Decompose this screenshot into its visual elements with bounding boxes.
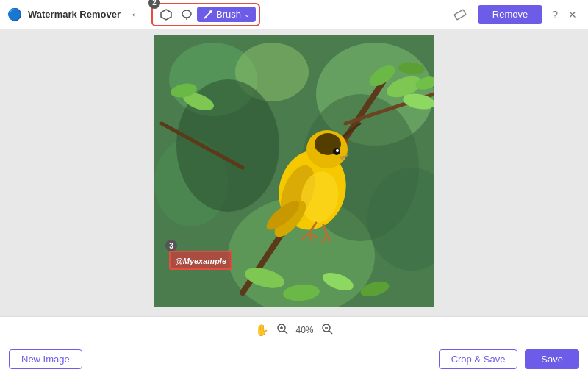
svg-marker-0 (161, 10, 171, 20)
new-image-button[interactable]: New Image (9, 349, 82, 369)
bottom-right-actions: Crop & Save Save (439, 349, 579, 369)
image-container: 3 @Myexample (154, 35, 434, 310)
step-badge-3: 3 (165, 240, 177, 251)
brush-chevron-icon: ⌄ (244, 10, 250, 18)
zoom-level: 40% (295, 325, 313, 335)
lasso-icon (180, 8, 193, 21)
zoom-in-button[interactable] (276, 323, 288, 337)
zoom-out-button[interactable] (321, 323, 333, 337)
remove-button[interactable]: Remove (478, 5, 542, 24)
help-button[interactable]: ? (548, 7, 562, 22)
zoom-in-icon (276, 323, 288, 335)
svg-point-1 (182, 10, 191, 18)
polygon-icon (159, 8, 173, 21)
brush-tool-button[interactable]: Brush ⌄ (197, 7, 256, 22)
main-content: 3 @Myexample (0, 29, 588, 316)
title-right: Remove ? ✕ (448, 4, 581, 25)
back-button[interactable]: ← (126, 7, 146, 23)
svg-line-3 (204, 12, 210, 18)
eraser-icon (453, 6, 467, 21)
svg-line-56 (329, 331, 332, 334)
app-title: Watermark Remover (28, 9, 121, 20)
crop-save-button[interactable]: Crop & Save (439, 349, 518, 369)
brush-icon (203, 10, 213, 20)
close-button[interactable]: ✕ (564, 7, 581, 22)
title-left: 🔵 Watermark Remover ← 2 (7, 3, 260, 26)
bottom-bar: New Image Crop & Save Save (0, 343, 588, 375)
hand-tool-button[interactable]: ✋ (255, 324, 269, 337)
tool-group: 2 Brush ⌄ (151, 3, 260, 26)
svg-rect-5 (454, 10, 466, 20)
svg-point-41 (336, 149, 339, 152)
watermark-text: @Myexample (175, 257, 226, 265)
zoom-out-icon (321, 323, 333, 335)
save-button[interactable]: Save (525, 349, 579, 369)
app-icon: 🔵 (7, 7, 22, 21)
svg-point-4 (209, 10, 212, 13)
watermark-box: @Myexample (169, 251, 232, 270)
title-bar: 🔵 Watermark Remover ← 2 (0, 0, 588, 29)
polygon-tool-button[interactable] (156, 6, 176, 24)
window-controls: ? ✕ (548, 7, 581, 22)
lasso-tool-button[interactable] (176, 6, 197, 24)
zoom-bar: ✋ 40% (0, 316, 588, 343)
svg-line-52 (284, 331, 287, 334)
eraser-button[interactable] (448, 4, 472, 25)
